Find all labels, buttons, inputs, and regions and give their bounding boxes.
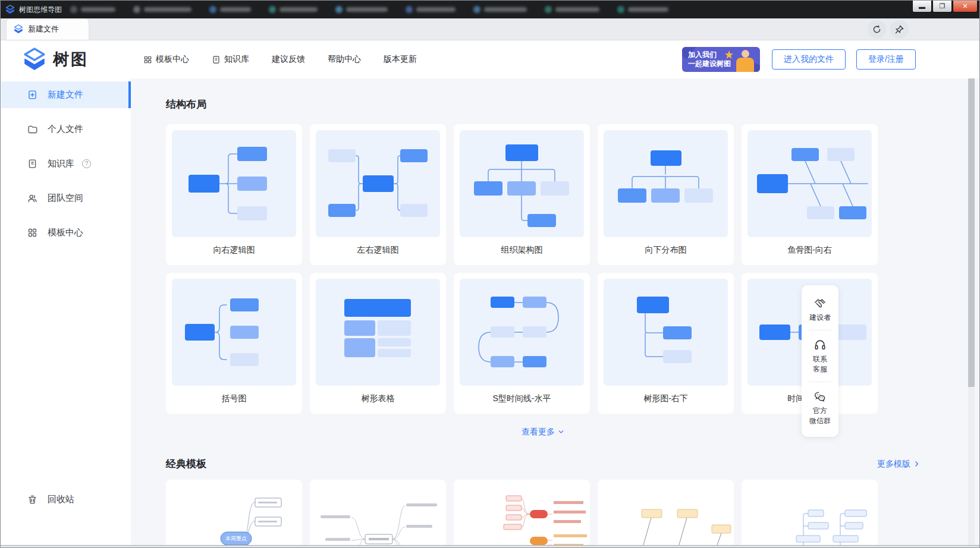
titlebar-item[interactable] [335,6,388,13]
classic-preview-weekly-plan: 本周重点 [166,480,302,545]
card-label: 括号图 [172,393,296,404]
pin-button[interactable] [890,20,909,39]
template-card-org-chart[interactable]: 组织架构图 [454,124,590,265]
nav-help-center[interactable]: 帮助中心 [328,54,361,65]
card-label: 鱼骨图-向右 [747,245,872,256]
diagram-tree-table [316,279,440,386]
help-icon[interactable]: ? [82,159,91,168]
nav-label: 建议反馈 [272,54,305,65]
builder-label: 建设者 [809,313,831,323]
diagram-s-timeline [460,279,584,386]
team-icon [27,193,37,203]
nav-knowledge-base[interactable]: 知识库 [212,54,249,65]
sidebar-item-team-space[interactable]: 团队空间 [1,185,131,212]
brand-logo-icon [22,48,47,71]
scrollbar-thumb[interactable] [968,78,975,387]
sidebar-item-label: 个人文件 [48,124,83,135]
card-label: S型时间线-水平 [460,393,584,404]
pin-icon [894,24,904,34]
titlebar-item[interactable] [133,6,191,13]
titlebar-blurred-items [70,6,979,13]
classic-preview-30day-plan [742,480,878,545]
sidebar-item-label: 回收站 [48,494,74,505]
card-label: 向右逻辑图 [172,245,296,256]
view-more-label: 查看更多 [522,427,555,436]
grid-icon [143,55,152,64]
wechat-icon [813,390,827,403]
card-label: 树形图-右下 [604,393,728,404]
classic-template-card-2[interactable] [310,480,446,545]
contact-support-item[interactable]: 联系 客服 [802,330,838,382]
template-card-tree-bottom-right[interactable]: 树形图-右下 [598,273,734,414]
app-body: 新建文件 个人文件 知识库 ? 团队空间 模板中心 回收站 [1,78,979,545]
titlebar-item[interactable] [406,6,456,13]
nav-version-update[interactable]: 版本更新 [384,54,417,65]
section-title-classic: 经典模板 [166,457,206,471]
classic-template-card-1[interactable]: 本周重点 [166,480,302,545]
diagram-bracket [172,279,296,386]
brand[interactable]: 树图 [22,48,89,71]
classic-template-card-5[interactable] [742,480,878,545]
maximize-button[interactable]: ❐ [932,1,952,12]
my-files-button[interactable]: 进入我的文件 [772,49,846,70]
titlebar-item[interactable] [209,6,251,13]
builder-item[interactable]: 建设者 [802,289,838,330]
tab-new-file[interactable]: 新建文件 [7,18,89,40]
banner-line2: 一起建设树图 [688,59,760,68]
app-window: 树图思维导图 ▬ ❐ ✕ 新建文件 [0,0,980,548]
join-us-banner[interactable]: 加入我们 一起建设树图 [682,47,760,72]
template-card-logic-right[interactable]: 向右逻辑图 [166,124,302,265]
sidebar-item-new-file[interactable]: 新建文件 [1,81,131,108]
titlebar-item[interactable] [473,6,527,13]
refresh-button[interactable] [868,20,886,39]
sidebar-item-recycle-bin[interactable]: 回收站 [1,486,131,513]
minimize-button[interactable]: ▬ [912,1,932,12]
titlebar-item[interactable] [70,6,115,13]
nav-label: 知识库 [224,54,249,65]
diagram-logic-both [316,130,440,237]
template-card-distribute-down[interactable]: 向下分布图 [598,124,734,265]
template-card-logic-both[interactable]: 左右逻辑图 [310,124,446,265]
titlebar-item[interactable] [269,6,318,13]
main-content: 结构布局 向右逻辑图 [131,78,979,545]
more-templates-link[interactable]: 更多模版 [877,459,921,470]
template-card-fishbone-right[interactable]: 鱼骨图-向右 [742,124,878,265]
header-nav: 模板中心 知识库 建议反馈 帮助中心 版本更新 [143,54,417,65]
card-label: 组织架构图 [460,245,584,256]
diagram-distribute-down [604,130,728,237]
classic-template-card-4[interactable] [598,480,734,545]
sidebar-item-knowledge-base[interactable]: 知识库 ? [1,150,131,177]
titlebar-item[interactable] [545,6,599,13]
nav-feedback[interactable]: 建议反馈 [272,54,305,65]
document-icon [212,55,221,64]
app-logo-icon [14,24,23,34]
section-title-structure: 结构布局 [166,97,979,111]
login-register-button[interactable]: 登录/注册 [856,49,916,70]
card-label: 向下分布图 [604,245,728,256]
scrollbar-track[interactable] [968,78,975,545]
template-card-tree-table[interactable]: 树形表格 [310,273,446,414]
titlebar-item[interactable] [617,6,668,13]
chevron-down-icon [557,428,565,436]
card-label: 树形表格 [316,393,440,404]
preview-center-node-label: 本周重点 [225,536,247,541]
support-label-line2: 客服 [813,364,827,374]
sidebar-item-personal-files[interactable]: 个人文件 [1,116,131,143]
classic-preview-personal-growth [310,480,446,545]
chevron-right-icon [913,460,921,468]
close-button[interactable]: ✕ [953,1,978,12]
structure-card-grid: 向右逻辑图 左右逻辑图 [166,124,878,414]
template-card-bracket[interactable]: 括号图 [166,273,302,414]
classic-template-card-3[interactable] [454,480,590,545]
nav-template-center[interactable]: 模板中心 [143,54,189,65]
card-label: 左右逻辑图 [316,245,440,256]
header-right: 加入我们 一起建设树图 进入我的文件 登录/注册 [682,47,916,72]
official-wechat-item[interactable]: 官方 微信群 [802,382,838,433]
sidebar-item-template-center[interactable]: 模板中心 [1,219,131,246]
app-logo-icon [5,5,15,14]
titlebar: 树图思维导图 ▬ ❐ ✕ [1,1,979,18]
classic-preview-fishbone-orange [598,480,734,545]
diagram-logic-right [172,130,296,237]
template-card-s-timeline[interactable]: S型时间线-水平 [454,273,590,414]
wechat-label-line1: 官方 [813,406,827,416]
